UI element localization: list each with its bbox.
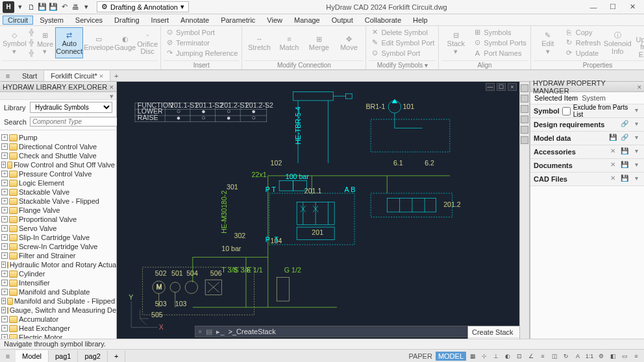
auto-connect-button[interactable]: ⇄AutoConnect	[55, 27, 83, 58]
menu-insert[interactable]: Insert	[146, 16, 175, 25]
menu-collaborate[interactable]: Collaborate	[360, 16, 406, 25]
symbol-button[interactable]: ◇Symbol▾	[3, 27, 27, 58]
tree-node[interactable]: +Manifold and Subplate - Flipped	[0, 296, 116, 306]
expand-icon[interactable]: +	[1, 252, 8, 259]
chevron-down-icon[interactable]: ▾	[632, 120, 641, 129]
minimize-button[interactable]: —	[584, 1, 602, 13]
merge-button[interactable]: ⊞Merge	[304, 27, 333, 58]
tree-node[interactable]: +Check and Shuttle Valve	[0, 151, 116, 160]
tree-node[interactable]: +Flange Valve	[0, 206, 116, 215]
align-symbols-button[interactable]: ⊞Symbols	[471, 27, 527, 37]
cmd-expand-icon[interactable]: ▤	[206, 328, 212, 336]
qat-new-icon[interactable]: ▾	[15, 2, 25, 12]
tool-6[interactable]	[521, 136, 528, 144]
expand-icon[interactable]: +	[1, 198, 8, 204]
gear-icon[interactable]: ⚙	[596, 352, 606, 361]
lw-icon[interactable]: ≡	[538, 352, 548, 361]
qat-undo-icon[interactable]: ↶	[59, 2, 69, 12]
command-line[interactable]: × ▤ ▸_ >_CreateStack	[195, 326, 513, 337]
edit-button[interactable]: ✎Edit▾	[534, 27, 562, 58]
anno-icon[interactable]: A	[573, 352, 583, 361]
vp-close-icon[interactable]: ×	[508, 83, 517, 91]
tool-2[interactable]	[521, 95, 528, 103]
solenoid-info-button[interactable]: ⓘSolenoidInfo	[603, 27, 632, 58]
update-button[interactable]: ⟳Update	[564, 48, 602, 58]
tab-pag1[interactable]: pag1	[49, 350, 78, 362]
link-icon[interactable]: 🔗	[620, 120, 629, 129]
library-tree[interactable]: +Pump+Directional Control Valve+Check an…	[0, 132, 116, 339]
tool-1[interactable]	[521, 84, 528, 92]
qat-redo-icon[interactable]: 🖶	[70, 2, 80, 12]
tree-node[interactable]: +Electric Motor	[0, 333, 116, 339]
iso-icon[interactable]: ◧	[608, 352, 618, 361]
delete-icon[interactable]: ✕	[608, 147, 617, 156]
menu-parametric[interactable]: Parametric	[216, 16, 260, 25]
menu-system[interactable]: System	[34, 16, 69, 25]
ortho-icon[interactable]: ⊥	[491, 352, 501, 361]
layout-hamburger[interactable]: ≡	[0, 352, 16, 360]
save-icon[interactable]: 💾	[620, 161, 629, 170]
tree-node[interactable]: +Intensifier	[0, 278, 116, 287]
expand-icon[interactable]: +	[1, 334, 8, 339]
tree-node[interactable]: +Hydraulic Motor and Rotary Actuator	[0, 260, 116, 269]
prop-section-1[interactable]: Model data💾🔗▾	[530, 132, 644, 145]
close-button[interactable]: ✕	[623, 1, 641, 13]
delete-icon[interactable]: ✕	[608, 175, 617, 184]
edit-symbol-port-button[interactable]: ✎Edit Symbol Port	[369, 38, 436, 47]
expand-icon[interactable]: +	[1, 234, 8, 241]
save-icon[interactable]: 💾	[608, 134, 617, 143]
expand-icon[interactable]: +	[1, 171, 8, 177]
tree-node[interactable]: +Accumulator	[0, 315, 116, 324]
cycle-icon[interactable]: ↻	[561, 352, 571, 361]
chevron-down-icon[interactable]: ▾	[632, 134, 641, 143]
menu-help[interactable]: Help	[408, 16, 433, 25]
small-btn-2[interactable]: ╬	[28, 38, 35, 47]
prop-section-4[interactable]: CAD Files✕💾▾	[530, 173, 644, 186]
clean-icon[interactable]: ▭	[619, 352, 630, 361]
tree-node[interactable]: +Servo Valve	[0, 224, 116, 233]
paper-label[interactable]: PAPER	[406, 352, 434, 360]
expand-icon[interactable]: +	[1, 225, 8, 232]
maximize-button[interactable]: ☐	[604, 1, 622, 13]
move-button[interactable]: ✥Move	[334, 27, 363, 58]
tree-node[interactable]: +Logic Element	[0, 178, 116, 187]
exclude-checkbox[interactable]	[562, 107, 571, 115]
expand-icon[interactable]: +	[1, 243, 8, 250]
chevron-down-icon[interactable]: ▾	[632, 175, 641, 184]
tree-node[interactable]: +Heat Exchanger	[0, 324, 116, 333]
tree-node[interactable]: +Cylinder	[0, 269, 116, 278]
expand-icon[interactable]: +	[1, 316, 8, 322]
tab-start[interactable]: Start	[16, 71, 44, 81]
tab-pag2[interactable]: pag2	[78, 350, 107, 362]
menu-services[interactable]: Services	[70, 16, 108, 25]
tab-close-icon[interactable]: ×	[99, 72, 103, 80]
vp-min-icon[interactable]: —	[486, 83, 495, 91]
expand-icon[interactable]: +	[1, 307, 6, 313]
qat-saveas-icon[interactable]: 💾	[48, 2, 58, 12]
snap-icon[interactable]: ⊹	[479, 352, 489, 361]
link-icon[interactable]: 🔗	[620, 134, 629, 143]
expand-icon[interactable]: +	[1, 271, 8, 277]
prop-section-3[interactable]: Documents✕💾▾	[530, 159, 644, 172]
tool-5[interactable]	[521, 126, 528, 134]
tree-node[interactable]: +Stackable Valve	[0, 187, 116, 197]
tree-node[interactable]: +Stackable Valve - Flipped	[0, 197, 116, 206]
envelope-button[interactable]: ▭Envelope	[84, 27, 113, 58]
tab-model[interactable]: Model	[16, 350, 49, 362]
menu-manage[interactable]: Manage	[289, 16, 325, 25]
workspace-selector[interactable]: ⚙ Drafting & Annotation ▾	[97, 1, 189, 12]
stack-button[interactable]: ⊟Stack▾	[441, 27, 470, 58]
prop-section-2[interactable]: Accessories✕💾▾	[530, 145, 644, 158]
tree-node[interactable]: +Screw-In Cartridge Valve	[0, 242, 116, 251]
expand-icon[interactable]: +	[1, 325, 8, 332]
orifice-button[interactable]: ◦Orifice Disc	[137, 27, 158, 58]
copy-button[interactable]: ⎘Copy	[564, 27, 602, 37]
jumping-ref-button[interactable]: ↷Jumping Reference	[164, 48, 239, 58]
qat-open-icon[interactable]: 🗋	[26, 2, 36, 12]
expand-icon[interactable]: +	[1, 162, 6, 168]
tool-3[interactable]	[521, 105, 528, 113]
update-excel-button[interactable]: ⊞Update fromExcel	[633, 27, 644, 58]
track-icon[interactable]: ∠	[526, 352, 536, 361]
tree-node[interactable]: +Gauge, Switch and Measuring Device	[0, 306, 116, 315]
align-portnames-button[interactable]: APort Names	[471, 48, 527, 58]
